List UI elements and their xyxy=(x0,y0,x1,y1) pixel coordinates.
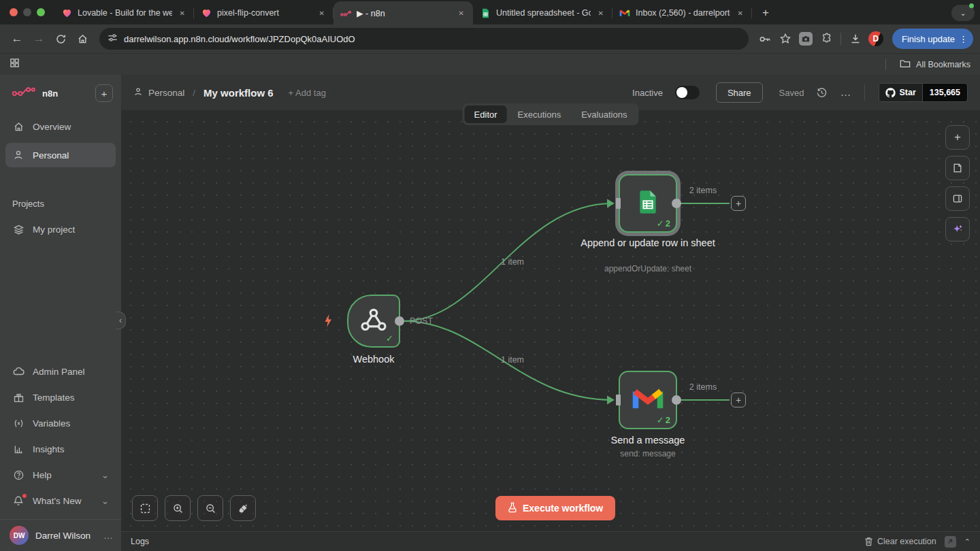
address-bar[interactable]: darrelwilson.app.n8n.cloud/workflow/JPZD… xyxy=(99,28,749,50)
downloads-icon[interactable] xyxy=(846,29,865,48)
input-port[interactable] xyxy=(616,198,621,209)
browser-profile-menu-button[interactable]: ⌄ xyxy=(951,5,975,21)
node-label-webhook: Webhook xyxy=(319,353,428,365)
breadcrumb-project[interactable]: Personal xyxy=(148,88,184,98)
tab-n8n-active[interactable]: ▶ - n8n ✕ xyxy=(333,1,473,24)
zoom-to-fit-button[interactable] xyxy=(132,495,158,521)
add-node-button[interactable]: + xyxy=(731,393,746,407)
output-items-label: 2 items xyxy=(679,382,727,392)
sidebar-item-templates[interactable]: Templates xyxy=(5,384,116,410)
site-info-icon[interactable] xyxy=(108,33,118,46)
logs-title: Logs xyxy=(131,537,149,546)
cloud-icon xyxy=(12,365,24,378)
clear-execution-button[interactable]: Clear execution xyxy=(864,537,936,546)
execute-workflow-button[interactable]: Execute workflow xyxy=(495,496,615,520)
minimize-window-button[interactable] xyxy=(23,8,31,16)
more-vert-icon[interactable]: ⋮ xyxy=(959,34,968,44)
bookmarks-divider xyxy=(885,59,886,70)
back-button[interactable]: ← xyxy=(7,29,27,49)
tab-title: pixel-flip-convert xyxy=(217,8,312,18)
webhook-icon xyxy=(359,305,388,337)
add-node-button[interactable]: + xyxy=(731,196,746,211)
tidy-up-button[interactable] xyxy=(230,495,256,521)
tab-evaluations[interactable]: Evaluations xyxy=(572,105,636,123)
sidebar-item-variables[interactable]: Variables xyxy=(5,410,116,436)
tab-editor[interactable]: Editor xyxy=(465,105,507,123)
close-tab-icon[interactable]: ✕ xyxy=(317,8,327,18)
sidebar-item-help[interactable]: Help ⌄ xyxy=(5,462,116,488)
expand-logs-chevron[interactable]: ⌃ xyxy=(964,537,970,546)
finish-update-button[interactable]: Finish update ⋮ xyxy=(892,29,973,49)
screenshot-extension-icon[interactable] xyxy=(796,29,815,48)
logs-panel-header[interactable]: Logs Clear execution ⌃ xyxy=(121,531,980,551)
user-menu[interactable]: DW Darrel Wilson … xyxy=(0,520,121,551)
bar-chart-icon xyxy=(12,444,24,455)
new-tab-button[interactable]: + xyxy=(756,3,775,22)
forward-button[interactable]: → xyxy=(29,29,49,49)
history-icon[interactable] xyxy=(816,87,828,99)
workflow-title[interactable]: My workflow 6 xyxy=(203,87,274,99)
sidebar-item-label: Admin Panel xyxy=(33,367,85,377)
close-window-button[interactable] xyxy=(10,8,18,16)
tab-lovable[interactable]: Lovable - Build for the web 2 ✕ xyxy=(54,1,194,24)
output-port[interactable] xyxy=(672,395,681,405)
zoom-window-button[interactable] xyxy=(37,8,45,16)
help-circle-icon xyxy=(12,469,24,481)
workflow-menu-button[interactable]: … xyxy=(840,86,851,99)
github-star-widget[interactable]: Star 135,665 xyxy=(879,83,968,102)
output-port[interactable] xyxy=(672,199,681,208)
passkey-icon[interactable] xyxy=(755,29,774,48)
saved-status: Saved xyxy=(779,88,804,98)
tab-spreadsheet[interactable]: Untitled spreadsheet - Googl ✕ xyxy=(473,1,612,24)
trigger-bolt-icon xyxy=(323,314,333,330)
zoom-out-button[interactable] xyxy=(197,495,223,521)
sidebar-item-label: What's New xyxy=(33,496,82,506)
sidebar-item-personal[interactable]: Personal xyxy=(5,143,116,167)
add-workflow-button[interactable]: + xyxy=(95,84,113,102)
star-count: 135,665 xyxy=(922,84,967,101)
extensions-puzzle-icon[interactable] xyxy=(817,29,836,48)
close-tab-icon[interactable]: ✕ xyxy=(596,8,606,18)
node-webhook[interactable]: ✓ xyxy=(347,295,400,348)
tab-pixel-flip[interactable]: pixel-flip-convert ✕ xyxy=(194,1,333,24)
tab-executions[interactable]: Executions xyxy=(508,105,571,123)
add-node-panel-button[interactable]: + xyxy=(945,125,970,150)
sidebar-item-label: Personal xyxy=(33,150,69,161)
layers-icon xyxy=(12,224,24,235)
sidebar-item-insights[interactable]: Insights xyxy=(5,436,116,462)
add-tag-button[interactable]: + Add tag xyxy=(289,88,326,98)
sticky-note-button[interactable] xyxy=(945,156,970,180)
node-gmail[interactable]: ✓2 xyxy=(619,371,677,429)
apps-grid-icon[interactable] xyxy=(10,58,20,71)
reload-button[interactable] xyxy=(50,29,71,49)
share-button[interactable]: Share xyxy=(716,82,763,103)
sidebar-collapse-handle[interactable]: ‹ xyxy=(116,312,126,329)
tab-gmail[interactable]: Inbox (2,560) - darrelporto@ ✕ xyxy=(612,1,752,24)
sidebar-item-overview[interactable]: Overview xyxy=(5,114,116,139)
brand-name: n8n xyxy=(42,88,58,99)
all-bookmarks-button[interactable]: All Bookmarks xyxy=(916,60,970,69)
workflow-canvas[interactable]: ✓ POST Webhook 1 item 1 item ✓2 2 items xyxy=(121,110,980,531)
node-google-sheets[interactable]: ✓2 xyxy=(619,174,677,233)
profile-avatar[interactable]: D xyxy=(866,29,885,48)
toggle-panel-button[interactable] xyxy=(945,186,970,211)
close-tab-icon[interactable]: ✕ xyxy=(736,8,745,18)
activate-toggle[interactable] xyxy=(675,86,700,99)
open-logs-window-icon[interactable] xyxy=(945,536,956,548)
home-button[interactable] xyxy=(72,29,93,49)
webhook-method-label: POST xyxy=(410,316,433,326)
zoom-in-button[interactable] xyxy=(165,495,191,521)
bookmark-star-icon[interactable] xyxy=(776,29,795,48)
input-port[interactable] xyxy=(616,395,621,405)
user-options-button[interactable]: … xyxy=(103,530,113,541)
sidebar-item-label: Overview xyxy=(33,122,71,132)
sidebar-item-my-project[interactable]: My project xyxy=(5,217,116,241)
ai-assistant-button[interactable] xyxy=(945,217,970,241)
sidebar-item-whats-new[interactable]: What's New ⌄ xyxy=(5,488,116,514)
sidebar-item-admin-panel[interactable]: Admin Panel xyxy=(5,358,116,384)
chevron-down-icon: ⌄ xyxy=(101,469,109,480)
close-tab-icon[interactable]: ✕ xyxy=(457,8,466,18)
url-text[interactable]: darrelwilson.app.n8n.cloud/workflow/JPZD… xyxy=(124,34,355,44)
close-tab-icon[interactable]: ✕ xyxy=(178,8,187,18)
output-port[interactable] xyxy=(395,316,404,326)
